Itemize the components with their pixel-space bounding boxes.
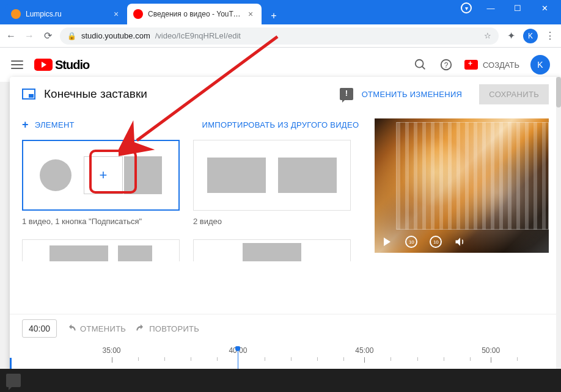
template-card-partial[interactable] — [22, 239, 180, 261]
window-close[interactable]: ✕ — [537, 4, 552, 13]
play-button[interactable] — [381, 236, 393, 248]
templates-column: + ЭЛЕМЕНТ ИМПОРТИРОВАТЬ ИЗ ДРУГОГО ВИДЕО… — [22, 118, 362, 313]
video-rect-placeholder — [118, 245, 152, 261]
address-bar[interactable]: 🔒 studio.youtube.com/video/IcE9nqHRLeI/e… — [60, 27, 499, 45]
feedback-icon[interactable] — [340, 88, 353, 100]
undo-button[interactable]: ОТМЕНИТЬ — [67, 324, 126, 333]
hamburger-icon[interactable] — [11, 60, 23, 69]
reload-button[interactable]: ⟳ — [42, 30, 54, 42]
tab-favicon — [11, 9, 21, 19]
skip-back-button[interactable]: 10 — [405, 236, 417, 248]
add-video-slot[interactable]: + — [84, 156, 123, 194]
back-button[interactable]: ← — [5, 31, 17, 42]
template-card-partial[interactable] — [193, 239, 351, 261]
create-button[interactable]: СОЗДАТЬ — [464, 60, 519, 70]
new-tab-button[interactable]: + — [265, 7, 282, 24]
page-content: Studio ? СОЗДАТЬ K Конечные заставки ОТМ… — [0, 48, 561, 392]
svg-line-1 — [422, 67, 425, 70]
star-icon[interactable]: ☆ — [484, 31, 491, 40]
svg-point-0 — [416, 60, 424, 68]
browser-tab[interactable]: Lumpics.ru × — [5, 4, 127, 24]
browser-tab-active[interactable]: Сведения о видео - YouTube Studio × — [127, 4, 262, 24]
studio-logo[interactable]: Studio — [34, 58, 89, 72]
tick-label: 45:00 — [355, 346, 373, 355]
browser-toolbar: ← → ⟳ 🔒 studio.youtube.com/video/IcE9nqH… — [0, 24, 561, 48]
plus-icon: + — [22, 118, 29, 131]
endscreens-panel: Конечные заставки ОТМЕНИТЬ ИЗМЕНЕНИЯ СОХ… — [10, 77, 561, 392]
volume-button[interactable] — [454, 236, 466, 248]
skip-forward-button[interactable]: 10 — [430, 236, 442, 248]
template-card-2video[interactable] — [193, 140, 351, 211]
help-icon[interactable]: ? — [439, 58, 453, 71]
feedback-icon[interactable] — [6, 374, 21, 387]
extensions-icon[interactable]: ✦ — [505, 30, 517, 42]
svg-text:?: ? — [444, 61, 449, 70]
window-maximize[interactable]: ☐ — [510, 4, 526, 13]
redo-button[interactable]: ПОВТОРИТЬ — [136, 324, 199, 333]
add-element-label: ЭЛЕМЕНТ — [35, 120, 75, 129]
youtube-play-icon — [34, 59, 53, 71]
window-controls: ▾ — ☐ ✕ — [452, 0, 561, 16]
browser-titlebar: Lumpics.ru × Сведения о видео - YouTube … — [0, 0, 561, 24]
endscreen-safe-area — [396, 122, 549, 230]
template-wrap: + 1 видео, 1 кнопка "Подписаться" — [22, 140, 180, 226]
create-label: СОЗДАТЬ — [483, 60, 519, 70]
redo-label: ПОВТОРИТЬ — [149, 324, 199, 333]
video-rect-placeholder — [124, 156, 162, 194]
profile-avatar[interactable]: K — [523, 29, 538, 43]
template-wrap: 2 видео — [193, 140, 351, 226]
endscreen-icon — [22, 89, 35, 100]
user-avatar[interactable]: K — [530, 55, 550, 74]
panel-header: Конечные заставки ОТМЕНИТЬ ИЗМЕНЕНИЯ СОХ… — [10, 77, 561, 111]
tab-title: Lumpics.ru — [26, 10, 109, 18]
video-rect-placeholder — [50, 245, 108, 261]
video-rect-placeholder — [278, 158, 337, 193]
video-rect-placeholder — [243, 243, 301, 261]
close-icon[interactable]: × — [114, 9, 121, 19]
shield-icon[interactable]: ▾ — [461, 2, 472, 13]
video-rect-placeholder — [207, 158, 266, 193]
preview-controls: 10 10 — [381, 236, 466, 248]
template-card-1video-subscribe[interactable]: + — [22, 140, 180, 211]
panel-title: Конечные заставки — [44, 87, 147, 101]
import-from-video-button[interactable]: ИМПОРТИРОВАТЬ ИЗ ДРУГОГО ВИДЕО — [202, 118, 359, 131]
timecode-input[interactable]: 40:00 — [22, 319, 57, 338]
url-path: /video/IcE9nqHRLeI/edit — [155, 31, 241, 40]
window-minimize[interactable]: — — [483, 4, 499, 13]
save-button[interactable]: СОХРАНИТЬ — [479, 84, 549, 104]
tab-favicon — [133, 9, 143, 19]
video-preview[interactable]: 10 10 — [375, 118, 549, 253]
tab-title: Сведения о видео - YouTube Studio — [148, 10, 243, 18]
url-host: studio.youtube.com — [81, 31, 150, 40]
forward-button[interactable]: → — [23, 31, 35, 42]
undo-label: ОТМЕНИТЬ — [80, 324, 126, 333]
add-element-button[interactable]: + ЭЛЕМЕНТ — [22, 118, 75, 131]
lock-icon: 🔒 — [67, 32, 76, 40]
menu-icon[interactable]: ⋮ — [544, 30, 556, 42]
logo-text: Studio — [55, 58, 89, 72]
template-label: 1 видео, 1 кнопка "Подписаться" — [22, 217, 180, 226]
discard-button[interactable]: ОТМЕНИТЬ ИЗМЕНЕНИЯ — [362, 90, 463, 99]
camera-plus-icon — [464, 60, 478, 70]
scrollbar[interactable] — [556, 77, 561, 392]
subscribe-circle-placeholder — [40, 159, 72, 191]
search-icon[interactable] — [413, 58, 428, 71]
tick-label: 35:00 — [103, 346, 121, 355]
tick-label: 50:00 — [482, 346, 500, 355]
template-label: 2 видео — [193, 217, 351, 226]
close-icon[interactable]: × — [248, 9, 255, 19]
background-bottom-bar — [0, 369, 561, 392]
